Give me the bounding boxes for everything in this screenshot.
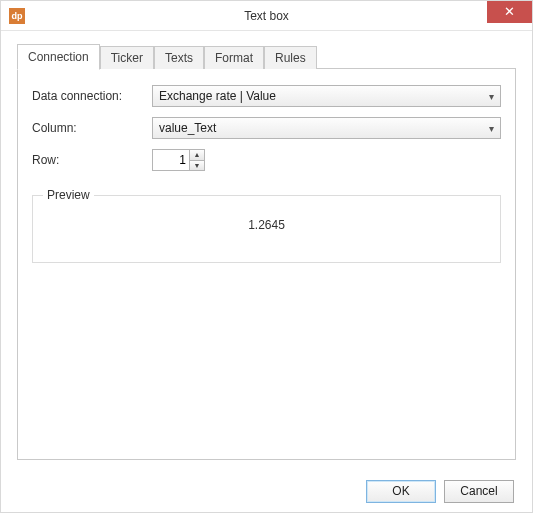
tab-ticker[interactable]: Ticker bbox=[100, 46, 154, 69]
preview-value: 1.2645 bbox=[43, 214, 490, 232]
label-data-connection: Data connection: bbox=[32, 89, 152, 103]
close-button[interactable]: ✕ bbox=[487, 1, 532, 23]
row-column: Column: value_Text ▾ bbox=[32, 117, 501, 139]
select-column[interactable]: value_Text ▾ bbox=[152, 117, 501, 139]
spinner-up[interactable]: ▲ bbox=[190, 149, 205, 160]
tabstrip: Connection Ticker Texts Format Rules bbox=[17, 45, 516, 69]
row-spinner: ▲ ▼ bbox=[152, 149, 205, 171]
content-area: Connection Ticker Texts Format Rules Dat… bbox=[1, 31, 532, 470]
titlebar: dp Text box ✕ bbox=[1, 1, 532, 31]
dialog-window: dp Text box ✕ Connection Ticker Texts Fo… bbox=[0, 0, 533, 513]
select-data-connection-value: Exchange rate | Value bbox=[159, 89, 276, 103]
chevron-down-icon: ▾ bbox=[489, 91, 494, 102]
tab-connection[interactable]: Connection bbox=[17, 44, 100, 70]
dialog-footer: OK Cancel bbox=[1, 470, 532, 512]
tab-panel-connection: Data connection: Exchange rate | Value ▾… bbox=[17, 68, 516, 460]
preview-groupbox: Preview 1.2645 bbox=[32, 195, 501, 263]
tab-rules[interactable]: Rules bbox=[264, 46, 317, 69]
close-icon: ✕ bbox=[504, 4, 515, 19]
window-title: Text box bbox=[1, 9, 532, 23]
spinner-down[interactable]: ▼ bbox=[190, 160, 205, 172]
row-input[interactable] bbox=[152, 149, 190, 171]
row-data-connection: Data connection: Exchange rate | Value ▾ bbox=[32, 85, 501, 107]
select-column-value: value_Text bbox=[159, 121, 216, 135]
label-row: Row: bbox=[32, 153, 152, 167]
app-icon: dp bbox=[9, 8, 25, 24]
preview-legend: Preview bbox=[43, 188, 94, 202]
chevron-down-icon: ▾ bbox=[489, 123, 494, 134]
spinner-buttons: ▲ ▼ bbox=[190, 149, 205, 171]
tab-texts[interactable]: Texts bbox=[154, 46, 204, 69]
ok-button[interactable]: OK bbox=[366, 480, 436, 503]
cancel-button[interactable]: Cancel bbox=[444, 480, 514, 503]
label-column: Column: bbox=[32, 121, 152, 135]
row-row: Row: ▲ ▼ bbox=[32, 149, 501, 171]
select-data-connection[interactable]: Exchange rate | Value ▾ bbox=[152, 85, 501, 107]
tab-format[interactable]: Format bbox=[204, 46, 264, 69]
